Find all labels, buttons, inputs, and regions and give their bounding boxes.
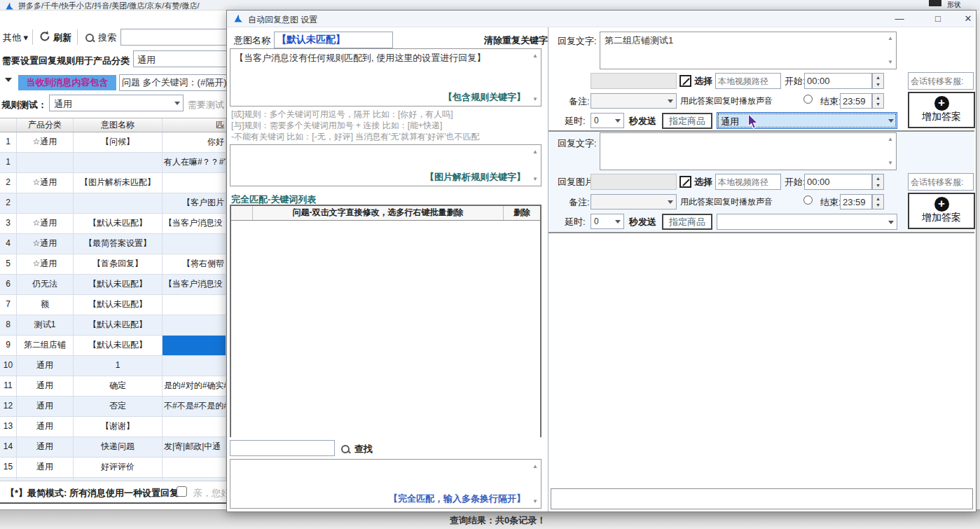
start-time-input[interactable]: [804, 73, 872, 89]
scroll-up-icon[interactable]: ▲: [532, 464, 538, 469]
table-row[interactable]: 14通用快递问题发|寄|邮政|中通: [0, 437, 226, 458]
note-dropdown-2[interactable]: [591, 194, 677, 209]
exact-match-textarea[interactable]: ▲ 【完全匹配，输入多条换行隔开】 ▼: [230, 459, 541, 509]
contains-rule-button[interactable]: 当收到消息内容包含: [18, 75, 116, 90]
play-sound-radio-2[interactable]: [803, 195, 813, 205]
table-row[interactable]: 2【客户图片: [0, 193, 226, 214]
screen: 拼多多/千牛/快手小店/抖音/美团/微店/京东/有赞/微店/ 形状 其他 ▾ 刷…: [0, 0, 980, 529]
start-time-spinner[interactable]: ▲▼: [872, 73, 884, 89]
keyword-find-input[interactable]: [230, 440, 335, 456]
table-row[interactable]: 4☆通用【最简答案设置】: [0, 234, 226, 254]
keyword-delete-header[interactable]: 删除: [503, 206, 540, 220]
transfer-agent-input-2[interactable]: [908, 173, 974, 191]
right-pane-divider: [548, 27, 548, 511]
search-label: 搜索: [98, 32, 116, 44]
scroll-down-icon[interactable]: ▼: [888, 160, 893, 166]
specify-product-button[interactable]: 指定商品: [662, 113, 712, 129]
note-label: 备注:: [569, 95, 590, 108]
table-row[interactable]: 12通用否定不#不是#不是的#: [0, 397, 226, 417]
search-icon: [85, 32, 94, 45]
note-dropdown[interactable]: [591, 93, 677, 109]
simple-mode-checkbox[interactable]: [177, 486, 187, 497]
keyword-list-body[interactable]: [231, 221, 540, 437]
table-row[interactable]: 13通用【谢谢】: [0, 417, 226, 437]
choose-checkbox[interactable]: [679, 75, 691, 87]
add-answer-button-2[interactable]: + 增加答案: [908, 193, 975, 229]
scroll-down-icon[interactable]: ▼: [888, 60, 893, 65]
table-row[interactable]: 1有人在嘛#？？#?: [0, 153, 226, 173]
table-row[interactable]: 15通用好评评价: [0, 458, 226, 478]
video-path-input-2[interactable]: [715, 174, 781, 190]
table-row[interactable]: 7额【默认未匹配】: [0, 295, 226, 315]
rules-table: 产品分类 意图名称 匹 1☆通用【问候】你好1有人在嘛#？？#?2☆通用【图片解…: [0, 118, 226, 498]
scroll-up-icon[interactable]: ▲: [532, 53, 538, 59]
delay-dropdown-2[interactable]: 0: [591, 214, 624, 229]
product-dropdown-2[interactable]: [717, 214, 897, 230]
intent-name-input[interactable]: [274, 32, 393, 48]
find-icon: [341, 444, 350, 456]
delay-dropdown[interactable]: 0: [591, 113, 624, 128]
refresh-button[interactable]: 刷新: [53, 32, 71, 44]
rule-test-dropdown[interactable]: 通用: [49, 95, 184, 111]
table-row[interactable]: 9第二组店铺【默认未匹配】: [0, 336, 226, 356]
table-row[interactable]: 10通用1: [0, 356, 226, 376]
reply-text-label: 回复文字:: [558, 35, 597, 48]
minimize-icon[interactable]: —: [889, 12, 910, 26]
play-sound-label: 用此答案回复时播放声音: [680, 95, 773, 107]
table-row[interactable]: 6仍无法【默认未匹配】【当客户消息没: [0, 275, 226, 295]
end-time-input-2[interactable]: [840, 194, 872, 209]
plus-circle-icon: +: [934, 197, 949, 212]
reply-textarea-2[interactable]: ▲ ▼: [600, 132, 897, 170]
transfer-agent-input[interactable]: [908, 72, 974, 90]
note-label: 备注:: [569, 196, 590, 209]
maximize-icon[interactable]: □: [927, 12, 948, 26]
close-icon[interactable]: ✕: [958, 12, 979, 26]
product-dropdown-focused[interactable]: 通用: [717, 112, 897, 129]
scroll-up-icon[interactable]: ▲: [532, 149, 538, 155]
choose-label: 选择: [694, 75, 712, 88]
table-row[interactable]: 5☆通用【首条回复】【将右侧帮: [0, 254, 226, 275]
clear-duplicates-button[interactable]: 清除重复关键字: [484, 34, 548, 47]
end-time-label: 结束:: [820, 196, 841, 209]
add-answer-button[interactable]: + 增加答案: [908, 92, 975, 128]
image-rule-textarea[interactable]: ▲ 【图片解析规则关键字】 ▼: [230, 144, 541, 186]
find-button[interactable]: 查找: [354, 443, 373, 455]
table-row[interactable]: 2☆通用【图片解析未匹配】: [0, 173, 226, 193]
auto-reply-dialog: 自动回复意图 设置 — □ ✕ 意图名称 清除重复关键字 【当客户消息没有任何规…: [226, 10, 976, 512]
reply-textarea[interactable]: 第二组店铺测试1 ▲ ▼: [600, 32, 897, 69]
scroll-up-icon[interactable]: ▲: [888, 137, 893, 142]
keyword-list: 问题-双击文字直接修改，选多行右键批量删除 删除: [230, 205, 541, 437]
end-time-spinner[interactable]: ▲▼: [872, 93, 884, 109]
scroll-down-icon[interactable]: ▼: [532, 499, 538, 504]
dialog-title: 自动回复意图 设置: [248, 14, 317, 26]
end-time-input[interactable]: [840, 93, 872, 109]
refresh-icon[interactable]: [39, 30, 51, 46]
play-sound-radio[interactable]: [803, 95, 813, 104]
category-label: 需要设置回复规则用于产品分类：: [2, 55, 139, 67]
start-time-spinner-2[interactable]: ▲▼: [872, 174, 884, 190]
reply-text-label: 回复文字:: [558, 137, 597, 150]
other-menu-button[interactable]: 其他 ▾: [3, 32, 28, 44]
collapse-arrow-icon[interactable]: [5, 78, 12, 85]
scroll-down-icon[interactable]: ▼: [532, 177, 538, 182]
start-time-input-2[interactable]: [804, 174, 872, 190]
specify-product-button-2[interactable]: 指定商品: [662, 214, 712, 230]
play-sound-label: 用此答案回复时播放声音: [680, 196, 773, 208]
table-row[interactable]: 11通用确定是的#对的#确实#: [0, 376, 226, 397]
scroll-up-icon[interactable]: ▲: [888, 36, 893, 41]
delay-unit-label: 秒发送: [629, 115, 656, 128]
choose-checkbox-2[interactable]: [679, 176, 691, 188]
table-row[interactable]: 8测试1【默认未匹配】: [0, 315, 226, 336]
table-row[interactable]: 1☆通用【问候】你好: [0, 132, 226, 153]
keyword-header-text: 问题-双击文字直接修改，选多行右键批量删除: [253, 206, 503, 220]
dialog-logo-icon: [233, 13, 243, 26]
keyword-list-header: 问题-双击文字直接修改，选多行右键批量删除 删除: [231, 206, 540, 221]
video-path-input[interactable]: [715, 73, 781, 89]
end-time-spinner-2[interactable]: ▲▼: [872, 194, 884, 209]
dialog-titlebar[interactable]: 自动回复意图 设置 — □ ✕: [227, 11, 974, 27]
scroll-down-icon[interactable]: ▼: [532, 97, 538, 102]
contain-rule-textarea[interactable]: 【当客户消息没有任何规则匹配到, 使用这里的设置进行回复】 ▲ 【包含规则关键字…: [230, 48, 541, 107]
contain-rule-label: 【包含规则关键字】: [443, 91, 525, 104]
table-row[interactable]: 3☆通用【默认未匹配】【当客户消息没: [0, 214, 226, 234]
main-window-title: 拼多多/千牛/快手小店/抖音/美团/微店/京东/有赞/微店/: [18, 1, 200, 11]
